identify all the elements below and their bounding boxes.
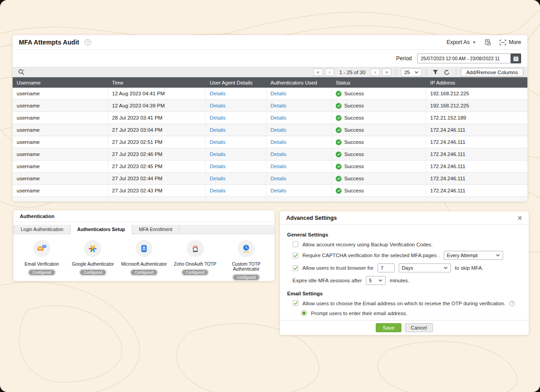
authenticators-details-link[interactable]: Details xyxy=(270,91,286,96)
expire-sessions-suffix: minutes. xyxy=(390,278,409,283)
next-page-button[interactable]: › xyxy=(370,68,380,76)
tab-mfa-enrollment[interactable]: MFA Enrollment xyxy=(132,225,180,234)
previous-page-button[interactable]: ‹ xyxy=(325,68,334,76)
column-header-status[interactable]: Status xyxy=(332,80,426,85)
trust-unit-select[interactable]: Days xyxy=(399,263,451,272)
authenticators-details-link[interactable]: Details xyxy=(270,139,286,145)
time-cell: 27 Jul 2023 02:51 PM xyxy=(108,136,206,148)
column-header-user-agent[interactable]: User Agent Details xyxy=(206,80,266,85)
user-agent-details-link[interactable]: Details xyxy=(210,164,225,169)
user-agent-details-link[interactable]: Details xyxy=(210,127,225,133)
chevron-down-icon xyxy=(496,254,500,257)
microsoft-authenticator-icon xyxy=(135,240,153,257)
status-cell: Success xyxy=(332,100,426,111)
trust-browser-checkbox[interactable] xyxy=(292,265,298,271)
authenticators-details-link[interactable]: Details xyxy=(270,151,286,157)
column-header-username[interactable]: Username xyxy=(13,80,108,85)
user-agent-details-link[interactable]: Details xyxy=(210,115,225,120)
user-agent-details-link[interactable]: Details xyxy=(210,139,225,145)
table-row-clipped xyxy=(13,197,527,201)
email-choose-checkbox[interactable] xyxy=(292,300,298,306)
authenticators-details-link[interactable]: Details xyxy=(270,127,286,133)
tab-login-authentication[interactable]: Login Authentication xyxy=(14,225,71,234)
page-size-select[interactable]: 25 xyxy=(401,68,422,76)
option-email-choose: Allow users to choose the Email address … xyxy=(287,300,522,306)
status-text: Success xyxy=(344,91,364,96)
option-expire-sessions: Expire idle MFA sessions after 5 minutes… xyxy=(287,276,522,285)
table-row: username 27 Jul 2023 02:45 PM Details De… xyxy=(13,160,527,173)
username-cell: username xyxy=(13,112,108,124)
chevron-down-icon: ▼ xyxy=(472,40,476,45)
captcha-frequency-select[interactable]: Every Attempt xyxy=(444,251,503,260)
period-label: Period xyxy=(396,55,412,62)
chevron-down-icon xyxy=(378,279,382,282)
search-icon[interactable] xyxy=(17,68,26,76)
configured-badge: Configured xyxy=(233,274,260,281)
export-as-label: Export As xyxy=(446,39,469,45)
trust-days-input[interactable] xyxy=(378,263,395,272)
ip-cell: 172.21.152.189 xyxy=(426,112,527,124)
authenticators-details-link[interactable]: Details xyxy=(270,176,286,181)
help-icon[interactable]: ? xyxy=(85,39,91,45)
column-header-time[interactable]: Time xyxy=(108,80,206,85)
success-check-icon xyxy=(336,115,342,121)
authenticators-details-link[interactable]: Details xyxy=(270,164,286,169)
status-text: Success xyxy=(344,176,364,181)
more-button[interactable]: More xyxy=(500,39,521,45)
configured-badge: Configured xyxy=(182,269,209,276)
username-cell: username xyxy=(13,124,108,136)
option-captcha: Require CAPTCHA verification for the sel… xyxy=(287,251,522,260)
advanced-settings-footer: Save Cancel xyxy=(280,320,529,335)
tab-authenticators-setup[interactable]: Authenticators Setup xyxy=(71,225,132,234)
ip-cell: 172.24.246.111 xyxy=(426,160,527,172)
export-as-button[interactable]: Export As ▼ xyxy=(446,39,476,45)
authenticator-card-google[interactable]: Google Authenticator Configured xyxy=(68,240,119,281)
table-row: username 28 Jul 2023 03:41 PM Details De… xyxy=(13,112,527,124)
authenticators-details-link[interactable]: Details xyxy=(270,115,286,120)
user-agent-details-link[interactable]: Details xyxy=(210,188,225,193)
chevron-down-icon xyxy=(444,267,448,269)
authenticator-card-custom-totp[interactable]: Custom TOTP Authenticator Configured xyxy=(220,240,272,281)
user-agent-details-link[interactable]: Details xyxy=(210,176,225,181)
authenticator-card-zoho-oneauth[interactable]: Zoho OneAuth TOTP Configured xyxy=(170,240,221,281)
configured-badge: Configured xyxy=(28,269,55,276)
prompt-email-radio[interactable] xyxy=(301,310,307,316)
expire-minutes-select[interactable]: 5 xyxy=(366,276,386,285)
cancel-button[interactable]: Cancel xyxy=(405,323,433,332)
last-page-button[interactable]: » xyxy=(382,68,392,76)
prompt-email-label: Prompt users to enter their email addres… xyxy=(311,311,407,316)
authentication-title: Authentication xyxy=(14,210,274,222)
authenticator-card-microsoft[interactable]: Microsoft Authenticator Configured xyxy=(118,240,170,281)
time-cell: 27 Jul 2023 02:44 PM xyxy=(108,173,206,184)
user-agent-details-link[interactable]: Details xyxy=(210,151,225,157)
authenticator-card-email[interactable]: Email Verification Configured xyxy=(16,240,68,281)
toolbar-divider xyxy=(456,69,456,76)
pagination-range: 1 - 25 of 30 xyxy=(339,70,365,75)
backup-codes-checkbox[interactable] xyxy=(292,241,298,247)
scheduled-report-icon[interactable] xyxy=(483,38,492,46)
column-header-ip[interactable]: IP Address xyxy=(426,80,527,85)
add-remove-columns-button[interactable]: Add/Remove Columns xyxy=(461,68,523,76)
authenticators-details-link[interactable]: Details xyxy=(270,103,286,108)
close-icon[interactable]: ✕ xyxy=(517,215,522,221)
username-cell: username xyxy=(13,173,108,184)
calendar-icon[interactable] xyxy=(511,53,521,63)
audit-header: MFA Attempts Audit ? Export As ▼ More xyxy=(13,35,527,50)
first-page-button[interactable]: « xyxy=(313,68,323,76)
email-choose-label: Allow users to choose the Email address … xyxy=(302,301,505,306)
captcha-checkbox[interactable] xyxy=(292,253,298,258)
success-check-icon xyxy=(336,176,342,182)
authenticators-details-link[interactable]: Details xyxy=(270,188,286,193)
refresh-icon[interactable] xyxy=(442,68,451,76)
trust-browser-label: Allow users to trust browser for xyxy=(302,265,374,271)
success-check-icon xyxy=(336,103,342,109)
save-button[interactable]: Save xyxy=(376,323,401,332)
username-cell: username xyxy=(13,136,108,148)
help-icon[interactable]: ? xyxy=(509,301,515,306)
success-check-icon xyxy=(336,91,342,97)
user-agent-details-link[interactable]: Details xyxy=(210,91,225,96)
column-header-authenticators[interactable]: Authenticators Used xyxy=(266,80,332,85)
user-agent-details-link[interactable]: Details xyxy=(210,103,225,108)
period-range-input[interactable] xyxy=(417,53,511,63)
filter-icon[interactable] xyxy=(431,68,440,76)
